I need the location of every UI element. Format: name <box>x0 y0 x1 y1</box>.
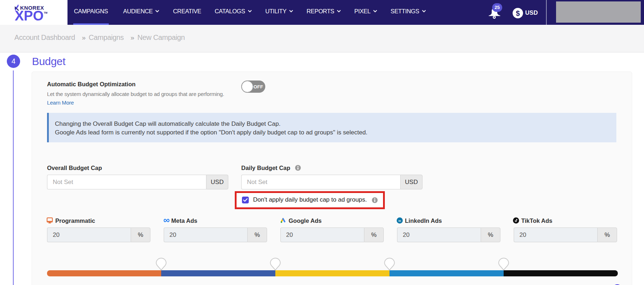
svg-text:in: in <box>398 219 401 222</box>
